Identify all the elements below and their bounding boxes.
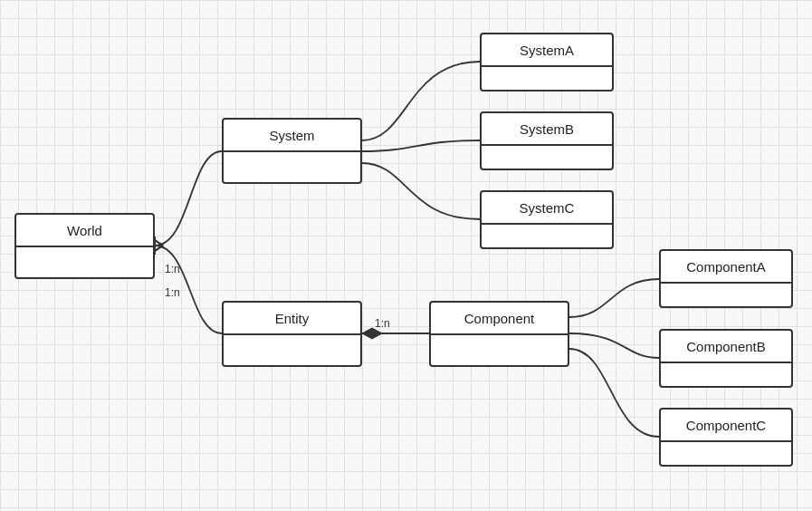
entity-systemA-label: SystemA (482, 34, 612, 67)
entity-system-label: System (224, 120, 360, 152)
entity-componentC-attrs (661, 442, 791, 468)
entity-component-label: Component (431, 303, 568, 335)
diagram-container: World System Entity Component SystemA Sy… (0, 0, 812, 511)
entity-system[interactable]: System (222, 118, 362, 184)
entity-world-attrs (16, 247, 153, 277)
relation-world-entity-label: 1:n (165, 286, 180, 299)
entity-componentA[interactable]: ComponentA (659, 249, 793, 308)
entity-systemC-label: SystemC (482, 192, 612, 225)
entity-componentB-label: ComponentB (661, 331, 791, 363)
entity-system-attrs (224, 152, 360, 182)
system-systemC-line (362, 163, 480, 219)
entity-componentC[interactable]: ComponentC (659, 408, 793, 467)
system-systemB-line (362, 140, 480, 151)
entity-world[interactable]: World (14, 213, 155, 279)
entity-systemC-attrs (482, 225, 612, 250)
entity-component-attrs (431, 335, 568, 365)
entity-systemA[interactable]: SystemA (480, 33, 614, 92)
system-systemA-line (362, 62, 480, 140)
entity-systemB[interactable]: SystemB (480, 111, 614, 170)
relation-world-system-label: 1:n (165, 263, 180, 275)
entity-world-label: World (16, 215, 153, 247)
entity-systemB-label: SystemB (482, 113, 612, 146)
component-componentB-line (569, 333, 659, 358)
entity-entity-label: Entity (224, 303, 360, 335)
entity-systemC[interactable]: SystemC (480, 190, 614, 249)
entity-systemA-attrs (482, 67, 612, 92)
entity-componentC-label: ComponentC (661, 410, 791, 442)
entity-componentB-attrs (661, 363, 791, 389)
relation-entity-component-label: 1:n (375, 317, 390, 330)
world-system-line (155, 151, 222, 246)
entity-component[interactable]: Component (429, 301, 569, 367)
entity-componentA-label: ComponentA (661, 251, 791, 284)
entity-systemB-attrs (482, 146, 612, 171)
component-componentA-line (569, 279, 659, 317)
entity-componentA-attrs (661, 284, 791, 309)
component-componentC-line (569, 349, 659, 437)
entity-entity-attrs (224, 335, 360, 365)
entity-entity[interactable]: Entity (222, 301, 362, 367)
entity-componentB[interactable]: ComponentB (659, 329, 793, 388)
